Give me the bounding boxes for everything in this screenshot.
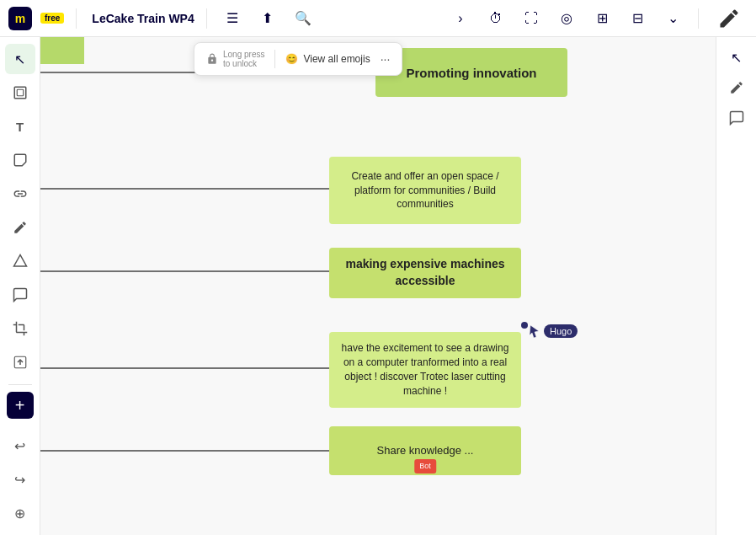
view-emojis-button[interactable]: 😊 View all emojis <box>285 53 370 65</box>
cursor-dot <box>521 322 528 329</box>
cursor-arrow-icon <box>529 324 540 339</box>
pen-rt-icon <box>729 80 744 95</box>
chat-rt-icon <box>729 110 744 126</box>
pen-rt-button[interactable] <box>723 74 750 101</box>
user-avatar-area <box>711 0 748 37</box>
crop-tool-button[interactable] <box>5 313 35 344</box>
node-excitement[interactable]: have the excitement to see a drawing on … <box>329 332 521 408</box>
pencil-icon <box>13 220 28 235</box>
text-tool-button[interactable]: T <box>5 111 35 142</box>
float-toolbar: Long press to unlock 😊 View all emojis ·… <box>194 42 402 76</box>
link-tool-button[interactable] <box>5 179 35 209</box>
share-button[interactable]: ⬆ <box>254 5 281 32</box>
pen-icon <box>717 7 741 30</box>
sidebar-divider <box>8 384 32 385</box>
left-sidebar: ↖ T + ↩ ↪ ⊕ <box>0 37 40 535</box>
topbar-divider-2 <box>206 8 207 29</box>
frame-button[interactable]: ⊟ <box>624 5 651 32</box>
svg-rect-0 <box>14 87 26 99</box>
draw-tool-button[interactable] <box>5 212 35 243</box>
cursor-rt-button[interactable]: ↖ <box>723 44 750 71</box>
comment-tool-button[interactable] <box>5 280 35 310</box>
link-icon <box>13 186 28 201</box>
add-plus-button[interactable]: + <box>7 392 34 419</box>
node-promoting-innovation[interactable]: Promoting innovation <box>375 48 567 97</box>
frames-tool-button[interactable] <box>5 78 35 108</box>
comment-icon <box>13 287 28 302</box>
miro-logo-icon: m <box>8 7 32 30</box>
frames-icon <box>13 85 28 100</box>
node-making-expensive[interactable]: making expensive machines accessible <box>329 248 521 298</box>
search-button[interactable]: 🔍 <box>290 5 317 32</box>
sticky-note-icon <box>13 152 28 168</box>
red-badge: Bot <box>414 459 436 473</box>
canvas[interactable]: Promoting innovation Create and offer an… <box>40 37 716 535</box>
shapes-tool-button[interactable] <box>5 246 35 276</box>
hugo-cursor: Hugo <box>529 324 578 339</box>
node-share-knowledge[interactable]: Share knowledge ... Bot <box>329 426 521 475</box>
emoji-smiley-icon: 😊 <box>285 53 298 65</box>
fullscreen-button[interactable]: ⛶ <box>518 5 545 32</box>
hamburger-menu-button[interactable]: ☰ <box>219 5 246 32</box>
select-tool-button[interactable]: ↖ <box>5 44 35 74</box>
triangle-icon <box>13 254 28 269</box>
upload-icon <box>13 355 28 370</box>
focus-button[interactable]: ◎ <box>553 5 580 32</box>
free-badge: free <box>40 13 64 24</box>
timer-button[interactable]: ⏱ <box>482 5 509 32</box>
svg-rect-1 <box>17 89 24 96</box>
topbar-divider-1 <box>76 8 77 29</box>
hugo-label: Hugo <box>544 324 578 338</box>
node-create-offer[interactable]: Create and offer an open space / platfor… <box>329 157 521 224</box>
topbar: m free LeCake Train WP4 ☰ ⬆ 🔍 › ⏱ ⛶ ◎ ⊞ … <box>0 0 756 37</box>
more-options-button[interactable]: ··· <box>381 52 391 66</box>
upload-tool-button[interactable] <box>5 347 35 377</box>
toolbar-separator <box>274 50 275 68</box>
sticky-tool-button[interactable] <box>5 145 35 175</box>
chevron-down-button[interactable]: ⌄ <box>659 5 686 32</box>
undo-button[interactable]: ↩ <box>5 431 35 461</box>
green-corner-block <box>40 37 84 64</box>
lock-icon <box>206 53 218 65</box>
lock-label: Long press to unlock <box>223 50 264 68</box>
redo-button[interactable]: ↪ <box>5 464 35 495</box>
crop-icon <box>13 321 28 336</box>
view-emojis-label: View all emojis <box>303 53 370 65</box>
zoom-button[interactable]: ⊕ <box>5 498 35 528</box>
grid-button[interactable]: ⊞ <box>588 5 615 32</box>
miro-logo: m <box>8 7 32 30</box>
chat-rt-button[interactable] <box>723 104 750 131</box>
board-title[interactable]: LeCake Train WP4 <box>92 12 194 25</box>
forward-button[interactable]: › <box>447 5 474 32</box>
lock-area: Long press to unlock <box>206 50 264 68</box>
topbar-divider-3 <box>698 8 699 29</box>
right-toolbar: ↖ <box>716 37 756 535</box>
